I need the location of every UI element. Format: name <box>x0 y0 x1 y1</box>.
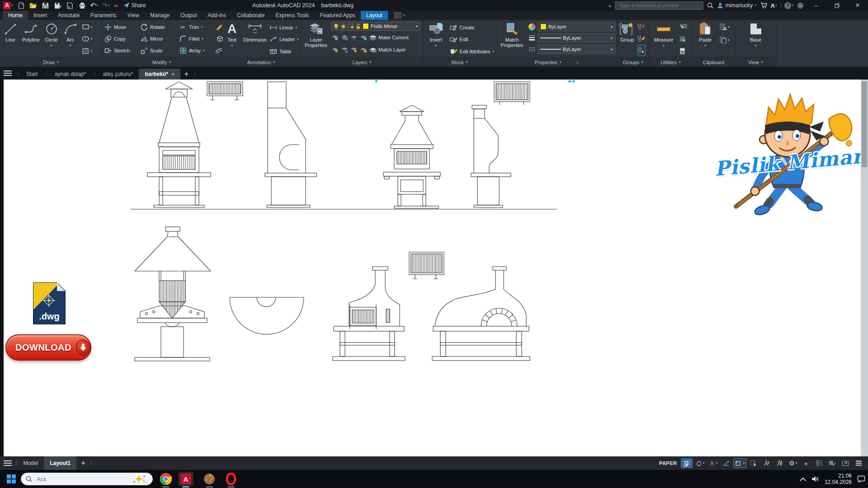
ortho-mode-toggle[interactable] <box>720 458 732 468</box>
layer-unlock2-icon[interactable] <box>359 46 367 54</box>
ribbon-tab-addins[interactable]: Add-ins <box>202 11 231 20</box>
file-tab-start[interactable]: Start <box>20 69 43 80</box>
quick-select-button[interactable] <box>679 22 687 32</box>
cut-button[interactable] <box>719 22 730 32</box>
minimize-button[interactable] <box>807 0 825 11</box>
grid-toggle[interactable] <box>681 458 693 468</box>
graphics-performance[interactable] <box>826 458 838 468</box>
search-icon[interactable] <box>707 2 713 9</box>
layer-dropdown[interactable]: Pislik Mimar <box>331 22 420 31</box>
panel-label-layers[interactable]: Layers <box>301 57 423 67</box>
help-menu[interactable] <box>784 2 793 9</box>
layer-merge-icon[interactable] <box>350 46 358 54</box>
annotation-scale-gear[interactable] <box>787 458 799 468</box>
ungroup-button[interactable] <box>637 22 646 32</box>
panel-label-block[interactable]: Block <box>423 57 496 67</box>
text-tool[interactable]: Text <box>223 21 241 56</box>
paint-app-taskbar-icon[interactable] <box>202 472 217 486</box>
layer-isolate-icon[interactable] <box>331 34 339 42</box>
ribbon-tab-layout[interactable]: Layout <box>361 11 388 20</box>
canvas-vertical-scrollbar[interactable] <box>861 80 868 456</box>
table-tool[interactable]: Table <box>269 46 299 56</box>
properties-dialog-launcher[interactable] <box>576 60 579 65</box>
panel-label-view[interactable]: View <box>735 57 776 67</box>
linear-dimension-tool[interactable]: Linear <box>269 22 299 33</box>
polar-tracking-toggle[interactable] <box>733 458 746 468</box>
select-similar-button[interactable] <box>679 34 687 44</box>
scale-tool[interactable]: Scale <box>140 47 179 55</box>
annotation-autoscale-toggle[interactable] <box>774 458 786 468</box>
opera-taskbar-icon[interactable] <box>223 472 239 486</box>
polyline-tool[interactable]: Polyline <box>21 21 41 56</box>
make-current-button[interactable]: Make Current <box>378 35 409 40</box>
taskbar-clock[interactable]: 21:06 12.04.2026 <box>825 473 852 485</box>
ribbon-tab-collaborate[interactable]: Collaborate <box>231 11 270 20</box>
close-tab-icon[interactable] <box>171 71 175 78</box>
new-drawing-tab-button[interactable] <box>180 69 192 80</box>
drawing-canvas[interactable]: Pislik Mimar .dwg DOWNLOAD <box>4 80 861 456</box>
stretch-tool[interactable]: Stretch <box>104 47 140 55</box>
panel-label-annotation[interactable]: Annotation <box>222 57 301 67</box>
panel-label-draw[interactable]: Draw <box>0 57 102 67</box>
file-tab-aynali-dolap[interactable]: aynalı dolap* <box>49 69 92 80</box>
layer-vpfreeze-icon[interactable] <box>340 46 348 54</box>
layer-freeze-icon[interactable] <box>340 34 348 42</box>
annotation-visibility-toggle[interactable] <box>761 458 773 468</box>
qat-customize-button[interactable] <box>114 2 119 9</box>
selection-cycling-toggle[interactable] <box>748 458 760 468</box>
chrome-taskbar-icon[interactable] <box>158 472 174 486</box>
object-color-dropdown[interactable]: ByLayer <box>538 22 615 31</box>
layer-off-icon[interactable] <box>350 34 358 42</box>
status-customization-menu[interactable] <box>853 458 864 468</box>
autocad-taskbar-icon[interactable] <box>178 472 193 486</box>
restore-button[interactable] <box>828 0 845 11</box>
app-menu-button[interactable] <box>3 2 13 9</box>
ribbon-tab-featured-apps[interactable]: Featured Apps <box>315 11 361 20</box>
ribbon-tab-home[interactable]: Home <box>3 11 28 20</box>
print-button[interactable] <box>78 2 86 9</box>
save-as-button[interactable] <box>54 2 62 9</box>
line-tool[interactable]: Line <box>2 21 19 56</box>
rectangle-tool[interactable] <box>82 22 93 32</box>
help-search-box[interactable] <box>615 1 703 10</box>
ribbon-display-toggle[interactable] <box>394 11 405 20</box>
edit-block-button[interactable]: Edit <box>450 34 494 45</box>
lineweight-dropdown[interactable]: ByLayer <box>538 33 615 42</box>
notification-center-icon[interactable] <box>857 475 865 483</box>
panel-label-properties[interactable]: Properties <box>496 57 617 67</box>
match-properties-button[interactable]: Match Properties <box>498 21 526 56</box>
linetype-dropdown[interactable]: ByLayer <box>538 45 615 54</box>
workspace-switching[interactable] <box>813 458 825 468</box>
paste-button[interactable]: Paste <box>694 21 716 56</box>
panel-label-modify[interactable]: Modify <box>102 57 221 67</box>
save-button[interactable] <box>42 2 50 9</box>
file-tab-ates-cukuru[interactable]: ateş çukuru* <box>97 69 139 80</box>
paper-space-label[interactable]: PAPER <box>659 460 677 466</box>
dimension-tool[interactable]: Dimension <box>242 21 268 56</box>
layout-tabs-menu-icon[interactable] <box>0 457 15 469</box>
hatch-tool[interactable] <box>82 46 93 56</box>
copy-clip-button[interactable] <box>719 35 730 45</box>
circle-tool[interactable]: Circle <box>43 21 60 56</box>
open-file-button[interactable] <box>29 2 38 9</box>
group-button[interactable]: Group <box>618 21 636 56</box>
account-menu[interactable]: mimarlucky <box>717 2 756 9</box>
snap-mode-toggle[interactable] <box>694 458 706 468</box>
model-tab[interactable]: Model <box>17 456 44 470</box>
autodesk-apps-menu[interactable] <box>771 2 777 9</box>
search-collapse-icon[interactable] <box>609 3 611 8</box>
volume-icon[interactable] <box>811 476 819 482</box>
arc-tool[interactable]: Arc <box>62 21 79 56</box>
edit-attributes-button[interactable]: Edit Attributes <box>450 46 494 56</box>
create-block-button[interactable]: Create <box>450 22 494 33</box>
ribbon-tab-annotate[interactable]: Annotate <box>52 11 85 20</box>
annotation-scale-add[interactable] <box>800 458 812 468</box>
redo-button[interactable] <box>102 1 110 9</box>
leader-tool[interactable]: Leader <box>269 34 299 45</box>
plot-button[interactable] <box>66 2 74 9</box>
panel-label-clipboard[interactable]: Clipboard <box>693 57 735 67</box>
file-tabs-menu-icon[interactable] <box>0 67 15 80</box>
taskbar-search-box[interactable] <box>21 473 153 485</box>
base-view-button[interactable]: Base <box>745 21 767 56</box>
layout1-tab[interactable]: Layout1 <box>44 456 76 470</box>
